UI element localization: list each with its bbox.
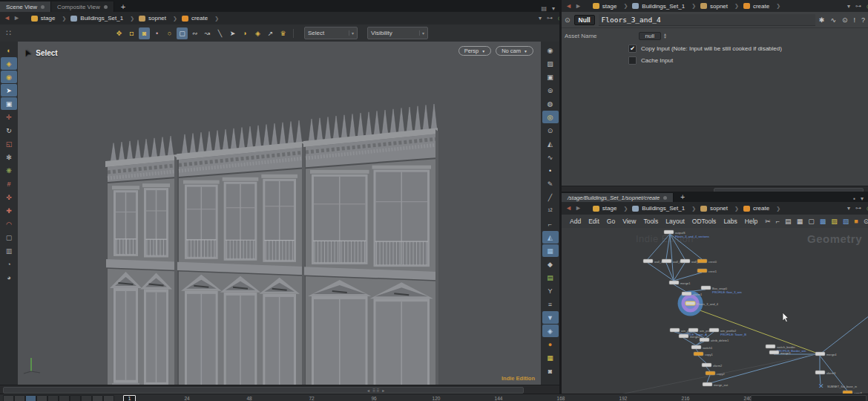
back-icon[interactable]: ◄ [4,15,10,22]
render-view-icon[interactable]: ◔ [1,258,17,270]
crumb-create[interactable]: create [741,2,783,10]
forward-icon[interactable]: ► [575,205,582,212]
secure-selection-lock-icon[interactable]: ▣ [1,97,17,110]
network-canvas[interactable]: Indie Edition Geometry outputSFloors_3_a… [562,228,868,394]
pin-icon[interactable]: ⊶ [547,15,553,22]
pin-icon[interactable]: ⊶ [855,3,861,10]
path-dropdown-arrow[interactable]: ▾ [847,205,850,212]
checkbox-icon[interactable] [628,56,637,65]
ipr-render-icon[interactable]: ◕ [1,271,17,284]
help-icon[interactable]: ? [861,16,865,24]
pane-menu-icon[interactable]: ▤ [541,5,547,12]
flipbook-icon[interactable]: ▥ [1,244,17,257]
wireframe-icon[interactable]: ◭ [542,231,559,244]
graph-node[interactable]: Box_snap0PROFILE: floor_3_win [701,286,742,294]
playbar-play-button[interactable] [81,395,92,401]
crumb-stage[interactable]: stage [29,14,68,22]
tab-close-icon[interactable] [41,5,45,9]
playbar-stop-button[interactable] [70,395,81,401]
select-contained-icon[interactable]: ◗ [240,27,251,39]
lasso-select-icon[interactable]: ∾ [189,27,200,39]
menu-help[interactable]: Help [741,216,761,226]
graph-node[interactable]: attrib_delete1 [700,338,729,342]
menu-go[interactable]: Go [603,216,619,226]
axis-icon[interactable]: Y [542,284,559,297]
pencil-icon[interactable]: ✎ [542,177,559,190]
graph-node[interactable]: switch1 [691,345,713,350]
playbar-step-back-button[interactable] [47,395,59,401]
graph-node[interactable]: crest1 [697,269,717,273]
grid-snap-icon[interactable]: ▦ [795,218,806,225]
network-new-tab-button[interactable]: + [674,192,691,202]
select-mode-dropdown[interactable]: Select▾ [304,27,358,39]
orange-state-dot[interactable]: ● [542,338,559,351]
ring-select-icon[interactable]: ○ [164,27,175,39]
select-fronting-icon[interactable]: ↗ [265,27,276,39]
tab-composite-view[interactable]: Composite View [51,1,114,12]
crumb-sopnet[interactable]: sopnet [698,204,741,212]
menu-add[interactable]: Add [566,216,585,226]
walk-tool-icon[interactable]: ◉ [1,71,17,83]
graph-node[interactable]: outputSFloors_3_and_4_sections [664,230,709,238]
back-icon[interactable]: ◄ [565,205,572,212]
list-view-icon[interactable]: ▤ [783,218,794,225]
grid-layout-icon[interactable]: ▢ [806,218,817,225]
tab-scene-view[interactable]: Scene View [0,1,51,12]
back-icon[interactable]: ◄ [565,3,572,10]
menu-tools[interactable]: Tools [640,216,662,226]
crumb-buildings-set-1[interactable]: Buildings_Set_1 [630,204,698,212]
cache-input-checkbox[interactable]: Cache Input [628,56,868,65]
pan-tool-icon[interactable]: ◈ [1,57,17,70]
path-dropdown-arrow[interactable]: ▾ [847,3,850,10]
paint-tool-icon[interactable]: ❋ [1,164,17,177]
sticky-note-icon[interactable]: ▨ [829,218,840,225]
playbar-key-button[interactable] [36,395,47,401]
graph-node[interactable]: wall_a [643,259,663,264]
graph-node[interactable]: xform2 [702,363,723,368]
visibility-dropdown[interactable]: Visibility▾ [367,27,428,39]
projection-dropdown[interactable]: Persp▼ [458,46,492,56]
graph-node[interactable]: merge2 [679,334,700,339]
laser-select-icon[interactable]: ╲ [214,27,226,39]
net-pane-split-icon[interactable]: ▾ [861,195,864,202]
show-handles-icon[interactable]: ✥ [114,27,125,39]
point-marker-icon[interactable]: • [542,164,559,177]
particles-icon[interactable]: ◆ [542,258,559,270]
list-icon[interactable]: ≡ [542,298,559,310]
lock-view-icon[interactable]: ▣ [542,71,559,83]
lamp-icon[interactable]: ◙ [139,27,150,39]
menu-view[interactable]: View [619,216,640,226]
menu-labs[interactable]: Labs [720,216,740,226]
graph-node[interactable]: crest0 [697,259,717,264]
ramp-icon[interactable]: ∿ [830,16,836,24]
graph-node[interactable]: merge_out [703,382,729,387]
graph-node[interactable]: merge1 [669,281,691,285]
toolbox-grid-icon[interactable]: ∷ [3,27,14,39]
shade-sphere-icon[interactable]: ◍ [542,97,559,110]
scale-tool-icon[interactable]: ◱ [1,137,17,150]
pin-icon[interactable]: ⊶ [855,205,861,212]
info-icon[interactable]: ! [853,16,855,24]
normals-icon[interactable]: ⌐ [542,218,559,230]
graph-node[interactable]: merge4 [815,352,837,356]
translate-tool-icon[interactable]: ✛ [1,111,17,123]
stroke-icon[interactable]: ∿ [542,151,559,163]
select-gestures-icon[interactable]: ◈ [252,27,263,39]
search-icon[interactable]: ⊙ [842,16,848,24]
snap-grid-icon[interactable]: # [1,177,17,190]
node-name-field[interactable]: Floors_3_and_4 [599,14,815,26]
tab-close-icon[interactable] [663,196,667,200]
select-arrow-icon[interactable]: ➤ [1,84,17,97]
point-numbers-icon[interactable]: ¹² [542,204,559,217]
tab-close-icon[interactable] [104,5,108,9]
graph-node[interactable]: ✕SUBNET_flat_base_in [818,382,857,390]
pivot-icon[interactable]: ⊙ [542,124,559,137]
menu-layout[interactable]: Layout [662,216,688,226]
crumb-stage[interactable]: stage [591,204,630,212]
field-icon[interactable]: ▤ [542,271,559,284]
checkbox-icon[interactable]: ✔ [628,45,637,53]
current-frame-indicator[interactable]: 1 [123,395,136,401]
menu-odtools[interactable]: ODTools [688,216,720,226]
gear-icon[interactable]: ✱ [819,16,825,24]
new-tab-button[interactable]: + [114,1,132,12]
